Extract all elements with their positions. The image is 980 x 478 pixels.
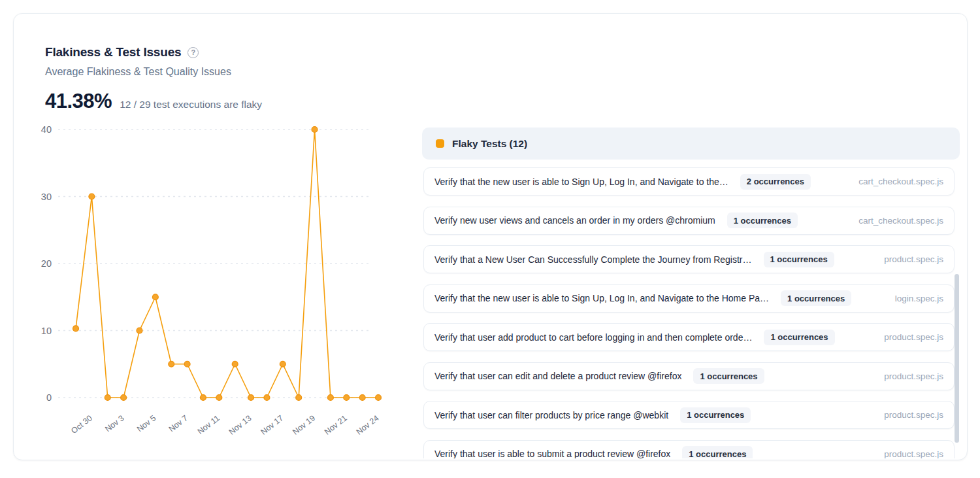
flakiness-card: Flakiness & Test Issues ? Average Flakin… — [13, 13, 968, 460]
spec-file-label: product.spec.js — [875, 410, 943, 420]
data-point[interactable] — [344, 395, 350, 401]
panel-title: Flaky Tests (12) — [452, 138, 527, 150]
data-point[interactable] — [359, 395, 365, 401]
data-point[interactable] — [121, 395, 127, 401]
occurrences-badge: 1 occurrences — [764, 330, 834, 345]
data-point[interactable] — [89, 194, 95, 199]
legend-swatch-icon — [436, 139, 444, 148]
occurrences-badge: 2 occurrences — [740, 174, 811, 190]
flaky-test-row[interactable]: Verify that the new user is able to Sign… — [423, 284, 955, 313]
flaky-test-row[interactable]: Verify that user can filter products by … — [423, 401, 955, 429]
y-axis-tick-label: 0 — [46, 392, 52, 403]
y-axis-tick-label: 40 — [41, 124, 52, 135]
flaky-test-row[interactable]: Verify that the new user is able to Sign… — [423, 167, 955, 196]
spec-file-label: cart_checkout.spec.js — [849, 216, 943, 226]
spec-file-label: cart_checkout.spec.js — [849, 177, 943, 186]
data-point[interactable] — [216, 395, 222, 401]
x-axis-tick-label: Nov 11 — [196, 413, 221, 436]
spec-file-label: product.spec.js — [875, 371, 943, 381]
data-point[interactable] — [296, 395, 302, 401]
x-axis-tick-label: Nov 17 — [259, 413, 285, 436]
flaky-test-list: Verify that the new user is able to Sign… — [423, 162, 955, 458]
x-axis-tick-label: Nov 19 — [291, 413, 317, 436]
test-name: Verify new user views and cancels an ord… — [434, 215, 715, 226]
spec-file-label: login.spec.js — [886, 294, 943, 303]
occurrences-badge: 1 occurrences — [764, 252, 834, 267]
test-name: Verify that user is able to submit a pro… — [434, 449, 670, 458]
flaky-test-row[interactable]: Verify that a New User Can Successfully … — [423, 245, 955, 273]
test-name: Verify that user can filter products by … — [434, 410, 668, 420]
y-axis-tick-label: 30 — [41, 192, 52, 202]
occurrences-badge: 1 occurrences — [682, 446, 753, 458]
data-point[interactable] — [232, 361, 238, 367]
spec-file-label: product.spec.js — [875, 332, 943, 342]
data-point[interactable] — [152, 294, 158, 300]
data-point[interactable] — [184, 361, 190, 367]
flaky-test-row[interactable]: Verify new user views and cancels an ord… — [423, 207, 955, 235]
data-point[interactable] — [105, 395, 110, 401]
flakiness-line-chart: 403020100Oct 30Nov 3Nov 5Nov 7Nov 11Nov … — [14, 14, 419, 471]
data-point[interactable] — [376, 395, 382, 401]
data-point[interactable] — [312, 127, 318, 133]
data-point[interactable] — [264, 395, 270, 401]
occurrences-badge: 1 occurrences — [727, 213, 798, 228]
test-name: Verify that user add product to cart bef… — [434, 332, 752, 343]
x-axis-tick-label: Nov 21 — [323, 413, 349, 436]
occurrences-badge: 1 occurrences — [781, 290, 851, 306]
occurrences-badge: 1 occurrences — [693, 368, 764, 384]
data-point[interactable] — [328, 395, 334, 401]
test-name: Verify that the new user is able to Sign… — [434, 177, 728, 187]
x-axis-tick-label: Nov 24 — [355, 413, 381, 436]
y-axis-tick-label: 20 — [41, 258, 52, 269]
data-point[interactable] — [73, 326, 79, 332]
data-point[interactable] — [280, 361, 286, 367]
list-scrollbar-thumb[interactable] — [955, 274, 959, 443]
x-axis-tick-label: Nov 7 — [167, 413, 189, 434]
data-point[interactable] — [137, 328, 142, 333]
x-axis-tick-label: Nov 3 — [103, 413, 125, 434]
spec-file-label: product.spec.js — [875, 449, 943, 459]
data-point[interactable] — [248, 395, 254, 401]
flaky-tests-panel-header: Flaky Tests (12) — [422, 128, 960, 160]
test-name: Verify that the new user is able to Sign… — [434, 293, 769, 303]
spec-file-label: product.spec.js — [875, 254, 943, 264]
flaky-test-row[interactable]: Verify that user add product to cart bef… — [423, 323, 955, 351]
data-point[interactable] — [169, 361, 174, 367]
y-axis-tick-label: 10 — [41, 326, 52, 336]
x-axis-tick-label: Nov 5 — [135, 413, 157, 434]
test-name: Verify that a New User Can Successfully … — [434, 254, 752, 265]
flaky-test-row[interactable]: Verify that user can edit and delete a p… — [423, 362, 955, 390]
occurrences-badge: 1 occurrences — [680, 407, 751, 423]
flaky-test-row[interactable]: Verify that user is able to submit a pro… — [423, 440, 955, 459]
x-axis-tick-label: Oct 30 — [69, 413, 94, 435]
test-name: Verify that user can edit and delete a p… — [434, 371, 681, 381]
data-point[interactable] — [201, 395, 206, 401]
x-axis-tick-label: Nov 13 — [227, 413, 253, 436]
